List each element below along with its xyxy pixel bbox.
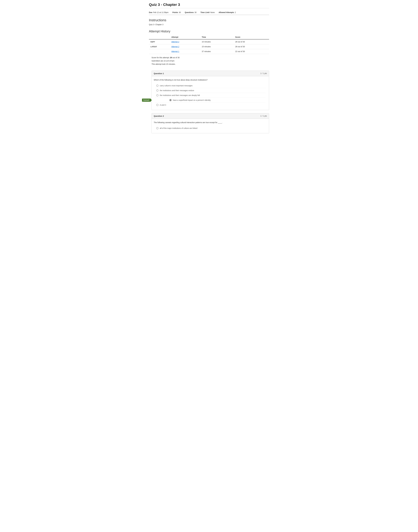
time-limit-label: Time Limit bbox=[200, 11, 209, 13]
row-attempt[interactable]: Attempt 1 bbox=[170, 49, 200, 54]
radio-circle[interactable] bbox=[169, 99, 172, 101]
answer-text: all of the major institutions of culture… bbox=[160, 127, 197, 129]
col-header-time: Time bbox=[200, 35, 233, 39]
instructions-section: Instructions Quiz 3- Chapter 3 bbox=[149, 18, 269, 26]
attempt-row: LATEST Attempt 2 15 minutes 28 out of 30 bbox=[149, 44, 269, 49]
row-attempt[interactable]: Attempt 2 bbox=[170, 39, 200, 44]
answer-text: carry culture's most important messages bbox=[160, 85, 193, 87]
attempt-history-title: Attempt History bbox=[149, 30, 269, 33]
row-score: 28 out of 30 bbox=[234, 39, 269, 44]
instructions-title: Instructions bbox=[149, 18, 269, 22]
question-title: Question 2 bbox=[154, 115, 164, 117]
submitted-line: Submitted Jan 22 at 6:47pm bbox=[151, 59, 267, 63]
radio-circle[interactable] bbox=[156, 85, 158, 87]
answer-option: the institutions and their messages endu… bbox=[155, 88, 266, 93]
answer-text: the institutions and their messages are … bbox=[160, 94, 200, 96]
score-text: Score for this attempt: bbox=[151, 57, 170, 59]
score-value: 28 bbox=[170, 57, 172, 59]
questions-container: Question 1 1 / 1 pts Which of the follow… bbox=[149, 71, 269, 133]
quiz-meta: Due Feb 12 at 11:59pm Points 30 Question… bbox=[149, 10, 269, 15]
question-text: Which of the following is not true about… bbox=[154, 79, 267, 81]
question-block-1: Question 1 1 / 1 pts Which of the follow… bbox=[151, 71, 269, 110]
answer-option: A and C bbox=[155, 102, 266, 107]
row-label: LATEST bbox=[149, 44, 170, 49]
questions-value: 30 bbox=[195, 11, 197, 13]
row-label: KEPT bbox=[149, 39, 170, 44]
attempt-row: KEPT Attempt 2 15 minutes 28 out of 30 bbox=[149, 39, 269, 44]
questions-label: Questions bbox=[185, 11, 194, 13]
col-header-attempt: Attempt bbox=[170, 35, 200, 39]
attempt-history-section: Attempt History Attempt Time Score KEPT … bbox=[149, 30, 269, 54]
meta-points: Points 30 bbox=[173, 11, 181, 13]
question-header: Question 1 1 / 1 pts bbox=[152, 71, 269, 76]
allowed-attempts-label: Allowed Attempts bbox=[219, 11, 234, 13]
question-pts: 1 / 1 pts bbox=[260, 72, 267, 74]
radio-circle[interactable] bbox=[156, 94, 158, 96]
duration-line: This attempt took 15 minutes. bbox=[151, 63, 267, 66]
answer-text: have a superficial impact on a person's … bbox=[173, 99, 211, 101]
radio-circle[interactable] bbox=[156, 127, 158, 129]
meta-due: Due Feb 12 at 11:59pm bbox=[149, 11, 169, 13]
answer-option: the institutions and their messages are … bbox=[155, 93, 266, 98]
answer-option: carry culture's most important messages bbox=[155, 83, 266, 88]
answer-option: Correct! have a superficial impact on a … bbox=[155, 98, 266, 102]
answer-text: A and C bbox=[160, 104, 166, 106]
due-value: Feb 12 at 11:59pm bbox=[153, 11, 169, 13]
meta-questions: Questions 30 bbox=[185, 11, 197, 13]
meta-time-limit: Time Limit None bbox=[200, 11, 215, 13]
due-label: Due bbox=[149, 11, 152, 13]
points-label: Points bbox=[173, 11, 178, 13]
allowed-attempts-value: 2 bbox=[235, 11, 236, 13]
row-attempt[interactable]: Attempt 2 bbox=[170, 44, 200, 49]
question-body: Which of the following is not true about… bbox=[152, 76, 269, 110]
score-out-of: out of 30 bbox=[172, 57, 179, 59]
radio-circle[interactable] bbox=[156, 104, 158, 106]
question-header: Question 2 1 / 1 pts bbox=[152, 113, 269, 119]
quiz-title: Quiz 3 - Chapter 3 bbox=[149, 3, 269, 8]
points-value: 30 bbox=[179, 11, 181, 13]
row-time: 15 minutes bbox=[200, 39, 233, 44]
answer-option: all of the major institutions of culture… bbox=[155, 126, 266, 131]
score-line: Score for this attempt: 28 out of 30 bbox=[151, 56, 267, 59]
question-title: Question 1 bbox=[154, 72, 164, 75]
meta-allowed-attempts: Allowed Attempts 2 bbox=[219, 11, 236, 13]
question-block-2: Question 2 1 / 1 pts The following cavea… bbox=[151, 113, 269, 133]
question-pts: 1 / 1 pts bbox=[260, 115, 267, 117]
attempt-table: Attempt Time Score KEPT Attempt 2 15 min… bbox=[149, 35, 269, 54]
instructions-text: Quiz 3- Chapter 3 bbox=[149, 23, 269, 26]
attempt-row: Attempt 1 37 minutes 22 out of 30 bbox=[149, 49, 269, 54]
answer-options: carry culture's most important messages … bbox=[154, 83, 267, 107]
col-header-score: Score bbox=[234, 35, 269, 39]
answer-options: all of the major institutions of culture… bbox=[154, 126, 267, 131]
answer-text: the institutions and their messages endu… bbox=[160, 90, 194, 91]
row-score: 22 out of 30 bbox=[234, 49, 269, 54]
radio-circle[interactable] bbox=[156, 90, 158, 91]
question-text: The following caveats regarding cultural… bbox=[154, 121, 267, 124]
score-summary: Score for this attempt: 28 out of 30 Sub… bbox=[149, 54, 269, 68]
row-score: 28 out of 30 bbox=[234, 44, 269, 49]
row-time: 15 minutes bbox=[200, 44, 233, 49]
time-limit-value: None bbox=[210, 11, 215, 13]
question-body: The following caveats regarding cultural… bbox=[152, 119, 269, 133]
row-label bbox=[149, 49, 170, 54]
row-time: 37 minutes bbox=[200, 49, 233, 54]
correct-badge: Correct! bbox=[142, 99, 151, 102]
col-header-label bbox=[149, 35, 170, 39]
